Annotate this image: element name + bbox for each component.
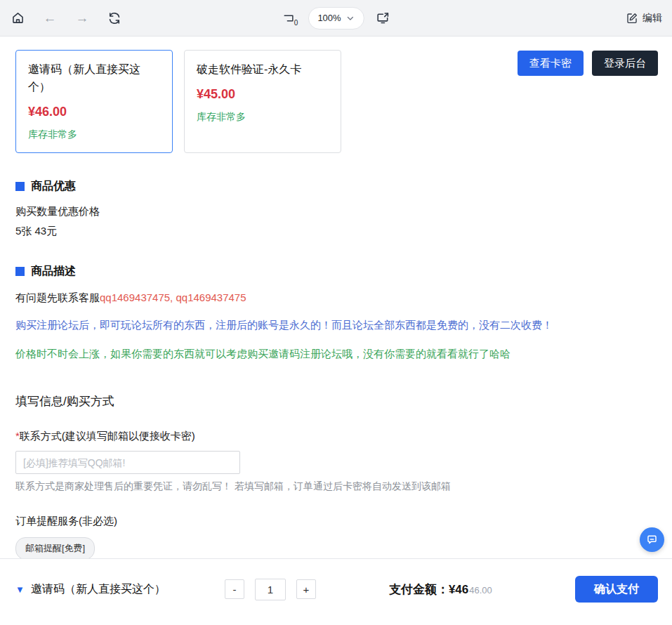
zoom-level-dropdown[interactable]: 100% bbox=[308, 7, 364, 29]
promo-section-heading: 商品优惠 bbox=[15, 179, 658, 194]
blue-square-icon bbox=[15, 182, 25, 191]
product-title: 破走软件验证-永久卡 bbox=[197, 61, 329, 79]
product-title: 邀请码（新人直接买这个） bbox=[28, 61, 160, 96]
contact-label-text: 联系方式(建议填写邮箱以便接收卡密) bbox=[20, 430, 195, 442]
contact-field-label: *联系方式(建议填写邮箱以便接收卡密) bbox=[15, 430, 658, 443]
payment-amount: 支付金额： ¥46 46.00 bbox=[389, 581, 492, 598]
product-stock: 库存非常多 bbox=[28, 129, 160, 141]
amount-label: 支付金额： bbox=[389, 581, 449, 598]
contact-input[interactable] bbox=[15, 451, 240, 474]
zoom-level-value: 100% bbox=[317, 13, 341, 23]
chat-support-fab[interactable] bbox=[640, 527, 664, 552]
product-card-invite-code[interactable]: 邀请码（新人直接买这个） ¥46.00 库存非常多 bbox=[15, 50, 173, 153]
login-admin-button[interactable]: 登录后台 bbox=[592, 51, 658, 76]
forward-icon[interactable]: → bbox=[74, 11, 90, 26]
email-remind-toggle[interactable]: 邮箱提醒[免费] bbox=[15, 537, 95, 560]
contact-qq-text: qq1469437475, qq1469437475 bbox=[100, 291, 246, 303]
promo-discount-detail: 5张 43元 bbox=[15, 225, 658, 238]
chat-icon bbox=[645, 533, 659, 546]
edit-label: 编辑 bbox=[643, 12, 662, 25]
confirm-pay-button[interactable]: 确认支付 bbox=[575, 576, 658, 603]
page-content: 邀请码（新人直接买这个） ¥46.00 库存非常多 破走软件验证-永久卡 ¥45… bbox=[0, 37, 672, 560]
amount-decimal-value: 46.00 bbox=[469, 585, 492, 596]
quantity-minus-button[interactable]: - bbox=[225, 579, 244, 599]
promo-discount-title: 购买数量优惠价格 bbox=[15, 205, 658, 218]
toolbar-center-group: 0 100% bbox=[281, 7, 390, 29]
blue-square-icon bbox=[15, 267, 25, 276]
view-card-secret-button[interactable]: 查看卡密 bbox=[518, 51, 584, 76]
quantity-stepper: - + bbox=[225, 579, 316, 600]
tab-count-icon[interactable]: 0 bbox=[281, 11, 296, 26]
description-section-heading: 商品描述 bbox=[15, 264, 658, 279]
chevron-down-icon bbox=[346, 14, 355, 22]
description-line-green: 价格时不时会上涨，如果你需要的东西就可以考虑购买邀请码注册论坛哦，没有你需要的就… bbox=[15, 348, 658, 361]
contact-help-text: 联系方式是商家处理售后的重要凭证，请勿乱写！ 若填写邮箱，订单通过后卡密将自动发… bbox=[15, 480, 658, 493]
top-action-buttons: 查看卡密 登录后台 bbox=[518, 50, 658, 76]
edit-icon bbox=[626, 12, 638, 25]
home-icon[interactable] bbox=[10, 11, 25, 26]
remind-service-label: 订单提醒服务(非必选) bbox=[15, 515, 658, 528]
tab-count-badge: 0 bbox=[294, 20, 298, 27]
description-contact-line: 有问题先联系客服qq1469437475, qq1469437475 bbox=[15, 291, 658, 305]
refresh-icon[interactable] bbox=[107, 11, 122, 26]
checkout-bar: ▼ 邀请码（新人直接买这个） - + 支付金额： ¥46 46.00 确认支付 bbox=[0, 558, 672, 625]
browser-toolbar: ← → 0 100% bbox=[0, 0, 672, 37]
toolbar-nav-group: ← → bbox=[10, 11, 122, 26]
edit-button[interactable]: 编辑 bbox=[626, 12, 662, 25]
external-display-icon[interactable] bbox=[376, 11, 391, 26]
description-line-blue: 购买注册论坛后，即可玩论坛所有的东西，注册后的账号是永久的！而且论坛全部东西都是… bbox=[15, 319, 658, 332]
product-card-software-key[interactable]: 破走软件验证-永久卡 ¥45.00 库存非常多 bbox=[184, 50, 341, 153]
product-price: ¥46.00 bbox=[28, 105, 160, 119]
selected-product-dropdown[interactable]: ▼ 邀请码（新人直接买这个） bbox=[15, 582, 166, 597]
product-stock: 库存非常多 bbox=[197, 111, 329, 124]
contact-prefix-text: 有问题先联系客服 bbox=[15, 291, 100, 303]
selected-product-name: 邀请码（新人直接买这个） bbox=[31, 582, 166, 597]
amount-main-value: ¥46 bbox=[449, 583, 468, 597]
product-card-row: 邀请码（新人直接买这个） ¥46.00 库存非常多 破走软件验证-永久卡 ¥45… bbox=[15, 50, 658, 153]
quantity-input[interactable] bbox=[255, 579, 286, 600]
promo-heading-label: 商品优惠 bbox=[31, 179, 76, 194]
quantity-plus-button[interactable]: + bbox=[296, 579, 316, 599]
product-price: ¥45.00 bbox=[197, 87, 329, 102]
dropdown-triangle-icon: ▼ bbox=[15, 585, 25, 594]
form-section-heading: 填写信息/购买方式 bbox=[15, 393, 658, 409]
back-icon[interactable]: ← bbox=[42, 11, 58, 26]
description-heading-label: 商品描述 bbox=[31, 264, 76, 279]
